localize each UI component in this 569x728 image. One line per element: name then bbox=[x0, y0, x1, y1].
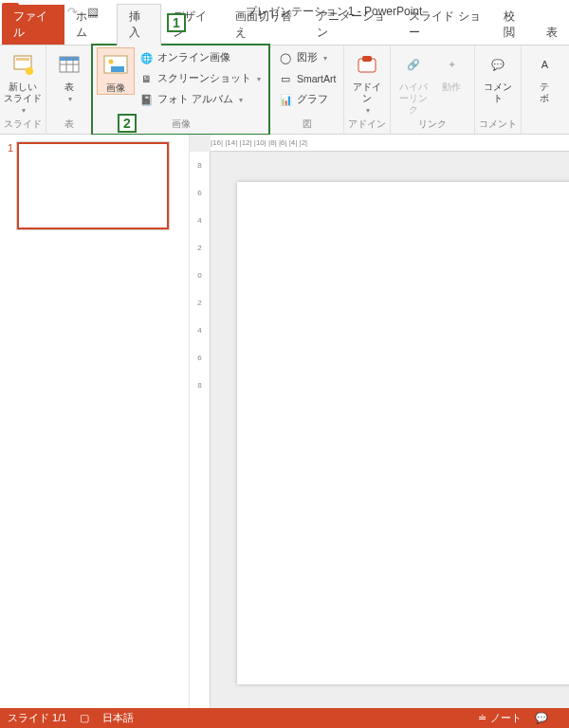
tab-home[interactable]: ホーム bbox=[64, 5, 117, 45]
slide-canvas[interactable] bbox=[237, 182, 569, 684]
textbox-button[interactable]: A テ ボ bbox=[525, 47, 563, 104]
ribbon: 新しい スライド ▾ スライド 表 ▾ 表 画像 bbox=[0, 46, 569, 135]
new-slide-button[interactable]: 新しい スライド ▾ bbox=[4, 47, 42, 115]
screenshot-icon: 🖥 bbox=[138, 71, 154, 86]
smartart-label: SmartArt bbox=[297, 73, 336, 84]
vertical-ruler: 8 6 4 2 0 2 4 6 8 bbox=[190, 152, 211, 708]
status-comments-icon[interactable]: 💬 bbox=[535, 712, 548, 724]
shapes-icon: ◯ bbox=[278, 50, 293, 65]
action-label: 動作 bbox=[442, 82, 461, 93]
shapes-button[interactable]: ◯ 図形▾ bbox=[274, 47, 340, 68]
chart-button[interactable]: 📊 グラフ bbox=[274, 89, 340, 110]
screenshot-button[interactable]: 🖥 スクリーンショット▾ bbox=[135, 68, 265, 89]
chart-label: グラフ bbox=[297, 93, 328, 106]
tab-animations[interactable]: アニメーション bbox=[305, 5, 397, 45]
callout-2: 2 bbox=[118, 114, 137, 133]
photo-album-label: フォト アルバム bbox=[157, 93, 233, 106]
textbox-label: テ ボ bbox=[540, 82, 549, 104]
tab-view[interactable]: 表 bbox=[535, 21, 569, 45]
picture-button[interactable]: 画像 bbox=[97, 47, 135, 95]
online-pictures-icon: 🌐 bbox=[138, 50, 154, 65]
tab-review[interactable]: 校閲 bbox=[492, 5, 535, 45]
comment-icon: 💬 bbox=[483, 49, 513, 80]
group-illustrations-label: 図 bbox=[274, 116, 340, 134]
group-text-label bbox=[525, 129, 563, 134]
thumbnail-number: 1 bbox=[4, 142, 13, 229]
group-addins: アドイ ン ▾ アドイン bbox=[344, 46, 391, 134]
svg-point-2 bbox=[26, 67, 33, 75]
thumbnail-preview[interactable] bbox=[17, 142, 169, 229]
table-icon bbox=[54, 49, 84, 80]
group-slides: 新しい スライド ▾ スライド bbox=[0, 46, 46, 134]
horizontal-ruler: |16| |14| |12| |10| |8| |6| |4| |2| bbox=[211, 135, 569, 152]
online-pictures-button[interactable]: 🌐 オンライン画像 bbox=[135, 47, 265, 68]
status-spellcheck-icon[interactable]: ▢ bbox=[80, 712, 89, 724]
slide-editor: |16| |14| |12| |10| |8| |6| |4| |2| 8 6 … bbox=[190, 135, 569, 708]
status-notes-button[interactable]: ≐ ノート bbox=[478, 711, 522, 725]
addins-button[interactable]: アドイ ン ▾ bbox=[348, 47, 386, 115]
dropdown-icon: ▾ bbox=[68, 95, 72, 103]
tab-transitions[interactable]: 画面切り替え bbox=[224, 5, 306, 45]
group-links: 🔗 ハイパーリンク ✦ 動作 リンク bbox=[391, 46, 475, 134]
thumbnail-item[interactable]: 1 bbox=[4, 142, 179, 229]
hyperlink-icon: 🔗 bbox=[398, 49, 429, 80]
smartart-icon: ▭ bbox=[278, 71, 293, 86]
action-button[interactable]: ✦ 動作 bbox=[432, 47, 470, 93]
textbox-icon: A bbox=[529, 49, 560, 80]
shapes-label: 図形 bbox=[297, 51, 318, 64]
status-slide-count: スライド 1/1 bbox=[8, 711, 66, 725]
group-comments-label: コメント bbox=[479, 116, 517, 134]
picture-icon bbox=[101, 50, 131, 81]
dropdown-icon: ▾ bbox=[22, 106, 26, 115]
hyperlink-button[interactable]: 🔗 ハイパーリンク bbox=[395, 47, 432, 116]
addins-label: アドイ ン bbox=[353, 82, 381, 104]
workspace: 1 |16| |14| |12| |10| |8| |6| |4| |2| 8 … bbox=[0, 135, 569, 708]
online-pictures-label: オンライン画像 bbox=[157, 51, 230, 64]
group-slides-label: スライド bbox=[4, 116, 42, 134]
group-tables: 表 ▾ 表 bbox=[46, 46, 93, 134]
photo-album-button[interactable]: 📓 フォト アルバム▾ bbox=[135, 89, 265, 110]
picture-label: 画像 bbox=[106, 82, 125, 94]
group-tables-label: 表 bbox=[50, 116, 88, 134]
group-illustrations: ◯ 図形▾ ▭ SmartArt 📊 グラフ 図 bbox=[270, 46, 344, 134]
new-slide-label: 新しい スライド bbox=[4, 82, 42, 104]
group-links-label: リンク bbox=[395, 116, 470, 134]
table-button[interactable]: 表 ▾ bbox=[50, 47, 88, 103]
table-label: 表 bbox=[64, 82, 74, 93]
new-slide-icon bbox=[8, 49, 38, 80]
tab-file[interactable]: ファイル bbox=[2, 5, 64, 45]
screenshot-label: スクリーンショット bbox=[157, 72, 251, 85]
hyperlink-label: ハイパーリンク bbox=[396, 82, 431, 116]
tab-insert[interactable]: 挿入 bbox=[117, 4, 161, 46]
dropdown-icon: ▾ bbox=[366, 106, 370, 115]
comment-button[interactable]: 💬 コメント bbox=[479, 47, 517, 104]
status-bar: スライド 1/1 ▢ 日本語 ≐ ノート 💬 bbox=[0, 708, 569, 728]
svg-rect-10 bbox=[111, 66, 124, 72]
smartart-button[interactable]: ▭ SmartArt bbox=[274, 68, 340, 89]
tab-slideshow[interactable]: スライド ショー bbox=[397, 5, 492, 45]
svg-rect-4 bbox=[60, 57, 79, 61]
group-comments: 💬 コメント コメント bbox=[475, 46, 522, 134]
chart-icon: 📊 bbox=[278, 92, 293, 107]
addins-icon bbox=[352, 49, 382, 80]
photo-album-icon: 📓 bbox=[138, 92, 154, 107]
svg-rect-12 bbox=[362, 56, 372, 62]
comment-label: コメント bbox=[481, 82, 515, 104]
group-text: A テ ボ bbox=[522, 46, 567, 134]
status-language[interactable]: 日本語 bbox=[102, 711, 134, 725]
svg-point-9 bbox=[109, 60, 114, 64]
group-addins-label: アドイン bbox=[348, 116, 386, 134]
callout-1: 1 bbox=[167, 13, 186, 32]
svg-rect-1 bbox=[16, 58, 29, 61]
slide-thumbnails-panel[interactable]: 1 bbox=[0, 135, 190, 708]
action-icon: ✦ bbox=[436, 49, 467, 80]
ribbon-tabs: ファイル ホーム 挿入 デザイン 画面切り替え アニメーション スライド ショー… bbox=[0, 23, 569, 46]
